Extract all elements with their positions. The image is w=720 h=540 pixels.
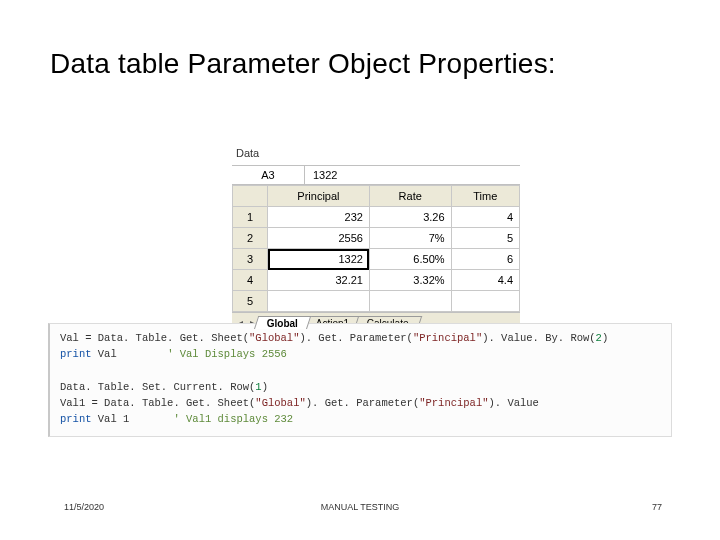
cell[interactable]: 6.50% <box>369 249 451 270</box>
col-header-rate[interactable]: Rate <box>369 186 451 207</box>
code-keyword: print <box>60 348 92 360</box>
code-text: ) <box>262 381 268 393</box>
row-header[interactable]: 4 <box>233 270 268 291</box>
footer-title: MANUAL TESTING <box>0 502 720 512</box>
table-row[interactable]: 5 <box>233 291 520 312</box>
slide: Data table Parameter Object Properties: … <box>0 0 720 540</box>
cell[interactable]: 5 <box>451 228 519 249</box>
panel-label: Data <box>232 145 520 165</box>
cell-reference-bar: A3 1322 <box>232 165 520 185</box>
code-keyword: print <box>60 413 92 425</box>
code-string: "Principal" <box>413 332 482 344</box>
code-string: "Global" <box>255 397 305 409</box>
sheet-tab-global[interactable]: Global <box>254 316 311 329</box>
cell[interactable]: 4.4 <box>451 270 519 291</box>
cell[interactable] <box>268 291 370 312</box>
code-text: ) <box>602 332 608 344</box>
table-row[interactable]: 2 2556 7% 5 <box>233 228 520 249</box>
cell[interactable]: 32.21 <box>268 270 370 291</box>
footer-page-number: 77 <box>652 502 662 512</box>
code-text: Data. Table. Set. Current. Row( <box>60 381 255 393</box>
code-string: "Global" <box>249 332 299 344</box>
cell[interactable]: 3.32% <box>369 270 451 291</box>
code-text: ). Value. By. Row( <box>482 332 595 344</box>
row-header[interactable]: 1 <box>233 207 268 228</box>
col-header-principal[interactable]: Principal <box>268 186 370 207</box>
code-text: Val1 = Data. Table. Get. Sheet( <box>60 397 255 409</box>
row-header[interactable]: 2 <box>233 228 268 249</box>
cell[interactable]: 4 <box>451 207 519 228</box>
sheet-tab-label: Global <box>267 318 298 329</box>
row-header[interactable]: 5 <box>233 291 268 312</box>
cell-reference-box[interactable]: A3 <box>232 166 305 184</box>
code-text: ). Get. Parameter( <box>299 332 412 344</box>
cell[interactable] <box>451 291 519 312</box>
code-text: Val <box>92 348 168 360</box>
cell[interactable]: 3.26 <box>369 207 451 228</box>
data-table-panel: Data A3 1322 Principal Rate Time 1 232 3… <box>232 145 520 331</box>
table-row[interactable]: 1 232 3.26 4 <box>233 207 520 228</box>
code-text: ). Value <box>489 397 539 409</box>
cell[interactable] <box>369 291 451 312</box>
cell[interactable]: 7% <box>369 228 451 249</box>
table-row[interactable]: 4 32.21 3.32% 4.4 <box>233 270 520 291</box>
table-row[interactable]: 3 1322 6.50% 6 <box>233 249 520 270</box>
code-snippet: Val = Data. Table. Get. Sheet("Global").… <box>48 323 672 437</box>
col-header-time[interactable]: Time <box>451 186 519 207</box>
corner-cell <box>233 186 268 207</box>
data-sheet-grid[interactable]: Principal Rate Time 1 232 3.26 4 2 2556 … <box>232 185 520 312</box>
cell[interactable]: 2556 <box>268 228 370 249</box>
page-title: Data table Parameter Object Properties: <box>50 48 556 80</box>
cell-value-box[interactable]: 1322 <box>305 166 520 184</box>
code-text: Val 1 <box>92 413 174 425</box>
row-header[interactable]: 3 <box>233 249 268 270</box>
header-row: Principal Rate Time <box>233 186 520 207</box>
code-string: "Principal" <box>419 397 488 409</box>
code-comment: ' Val1 displays 232 <box>173 413 293 425</box>
cell[interactable]: 6 <box>451 249 519 270</box>
cell[interactable]: 232 <box>268 207 370 228</box>
code-comment: ' Val Displays 2556 <box>167 348 287 360</box>
code-text: Val = Data. Table. Get. Sheet( <box>60 332 249 344</box>
code-text: ). Get. Parameter( <box>306 397 419 409</box>
selected-cell[interactable]: 1322 <box>268 249 370 270</box>
